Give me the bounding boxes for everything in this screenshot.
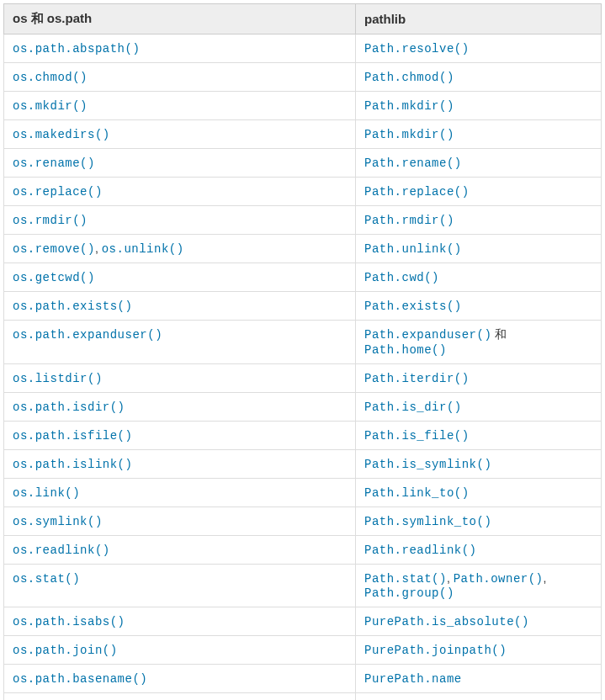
- api-link[interactable]: os.path.expanduser(): [13, 328, 162, 342]
- table-cell-pathlib: PurePath.name: [356, 665, 602, 693]
- comparison-table: os 和 os.path pathlib os.path.abspath()Pa…: [3, 3, 602, 700]
- table-row: os.path.isabs()PurePath.is_absolute(): [4, 607, 602, 636]
- table-cell-pathlib: Path.is_symlink(): [356, 450, 602, 479]
- api-link[interactable]: os.link(): [13, 486, 80, 500]
- table-cell-os: os.remove(), os.unlink(): [4, 235, 356, 263]
- table-cell-pathlib: Path.mkdir(): [356, 92, 602, 120]
- api-link[interactable]: os.path.basename(): [13, 672, 147, 686]
- table-cell-os: os.symlink(): [4, 507, 356, 536]
- separator-text: ,: [544, 571, 547, 585]
- table-cell-os: os.chmod(): [4, 63, 356, 92]
- api-link[interactable]: Path.is_symlink(): [364, 458, 491, 471]
- table-cell-os: os.path.isdir(): [4, 393, 356, 422]
- api-link[interactable]: os.getcwd(): [13, 271, 95, 284]
- table-cell-os: os.path.exists(): [4, 292, 356, 321]
- api-link[interactable]: PurePath.name: [364, 672, 462, 686]
- table-cell-os: os.link(): [4, 479, 356, 507]
- api-link[interactable]: os.rename(): [13, 156, 95, 170]
- api-link[interactable]: Path.unlink(): [364, 242, 462, 256]
- table-cell-pathlib: Path.unlink(): [356, 235, 602, 263]
- table-row: os.path.abspath()Path.resolve(): [4, 34, 602, 63]
- table-row: os.remove(), os.unlink()Path.unlink(): [4, 235, 602, 263]
- api-link[interactable]: Path.home(): [364, 343, 447, 357]
- table-cell-pathlib: Path.mkdir(): [356, 120, 602, 149]
- table-row: os.path.dirname()PurePath.parent: [4, 693, 602, 701]
- table-row: os.path.isdir()Path.is_dir(): [4, 393, 602, 422]
- api-link[interactable]: os.remove(): [13, 242, 95, 256]
- api-link[interactable]: os.makedirs(): [13, 128, 110, 141]
- table-row: os.replace()Path.replace(): [4, 178, 602, 206]
- table-row: os.rmdir()Path.rmdir(): [4, 206, 602, 235]
- api-link[interactable]: os.path.isabs(): [13, 615, 125, 628]
- table-cell-pathlib: Path.is_file(): [356, 422, 602, 450]
- header-pathlib: pathlib: [356, 4, 602, 34]
- table-cell-os: os.rename(): [4, 149, 356, 178]
- api-link[interactable]: Path.symlink_to(): [364, 515, 491, 528]
- api-link[interactable]: Path.readlink(): [364, 544, 477, 557]
- table-cell-os: os.mkdir(): [4, 92, 356, 120]
- api-link[interactable]: Path.chmod(): [364, 71, 454, 84]
- table-cell-os: os.path.join(): [4, 636, 356, 665]
- api-link[interactable]: os.listdir(): [13, 372, 103, 385]
- api-link[interactable]: os.chmod(): [13, 71, 88, 84]
- table-cell-os: os.rmdir(): [4, 206, 356, 235]
- api-link[interactable]: os.symlink(): [13, 515, 103, 528]
- api-link[interactable]: Path.cwd(): [364, 271, 439, 284]
- api-link[interactable]: Path.resolve(): [364, 42, 470, 56]
- table-cell-pathlib: Path.rename(): [356, 149, 602, 178]
- table-cell-os: os.path.isabs(): [4, 607, 356, 636]
- api-link[interactable]: os.mkdir(): [13, 99, 88, 113]
- table-cell-pathlib: Path.iterdir(): [356, 364, 602, 393]
- api-link[interactable]: Path.is_dir(): [364, 400, 462, 414]
- api-link[interactable]: os.path.isdir(): [13, 400, 125, 414]
- api-link[interactable]: os.unlink(): [102, 242, 184, 256]
- table-row: os.path.join()PurePath.joinpath(): [4, 636, 602, 665]
- table-row: os.link()Path.link_to(): [4, 479, 602, 507]
- api-link[interactable]: Path.mkdir(): [364, 99, 454, 113]
- api-link[interactable]: Path.mkdir(): [364, 128, 454, 141]
- table-row: os.path.exists()Path.exists(): [4, 292, 602, 321]
- api-link[interactable]: os.stat(): [13, 572, 80, 586]
- table-cell-pathlib: Path.replace(): [356, 178, 602, 206]
- table-row: os.getcwd()Path.cwd(): [4, 263, 602, 292]
- separator-text: ,: [95, 241, 102, 255]
- table-cell-pathlib: PurePath.joinpath(): [356, 636, 602, 665]
- header-os: os 和 os.path: [4, 4, 356, 34]
- api-link[interactable]: os.path.abspath(): [13, 42, 140, 56]
- table-cell-os: os.path.isfile(): [4, 422, 356, 450]
- api-link[interactable]: os.path.isfile(): [13, 429, 132, 443]
- api-link[interactable]: PurePath.is_absolute(): [364, 615, 529, 628]
- api-link[interactable]: os.path.islink(): [13, 458, 132, 471]
- table-cell-os: os.path.dirname(): [4, 693, 356, 701]
- table-row: os.path.expanduser()Path.expanduser() 和 …: [4, 321, 602, 364]
- api-link[interactable]: Path.iterdir(): [364, 372, 470, 385]
- api-link[interactable]: os.readlink(): [13, 544, 110, 557]
- api-link[interactable]: Path.exists(): [364, 300, 462, 313]
- table-cell-os: os.listdir(): [4, 364, 356, 393]
- api-link[interactable]: Path.expanduser(): [364, 328, 491, 342]
- api-link[interactable]: Path.replace(): [364, 185, 470, 199]
- api-link[interactable]: os.replace(): [13, 185, 103, 199]
- table-cell-os: os.path.basename(): [4, 665, 356, 693]
- api-link[interactable]: Path.stat(): [364, 572, 447, 586]
- table-cell-os: os.path.islink(): [4, 450, 356, 479]
- conjunction-text: 和: [491, 327, 507, 341]
- table-cell-pathlib: Path.expanduser() 和 Path.home(): [356, 321, 602, 364]
- api-link[interactable]: Path.rmdir(): [364, 214, 454, 227]
- table-row: os.path.basename()PurePath.name: [4, 665, 602, 693]
- api-link[interactable]: os.rmdir(): [13, 214, 88, 227]
- table-cell-pathlib: PurePath.is_absolute(): [356, 607, 602, 636]
- table-row: os.makedirs()Path.mkdir(): [4, 120, 602, 149]
- api-link[interactable]: Path.is_file(): [364, 429, 470, 443]
- api-link[interactable]: Path.group(): [364, 586, 454, 600]
- api-link[interactable]: Path.rename(): [364, 156, 462, 170]
- api-link[interactable]: Path.owner(): [454, 572, 544, 586]
- api-link[interactable]: os.path.exists(): [13, 300, 132, 313]
- api-link[interactable]: PurePath.joinpath(): [364, 644, 507, 657]
- table-row: os.symlink()Path.symlink_to(): [4, 507, 602, 536]
- api-link[interactable]: Path.link_to(): [364, 486, 470, 500]
- api-link[interactable]: os.path.join(): [13, 644, 118, 657]
- table-cell-pathlib: Path.resolve(): [356, 34, 602, 63]
- table-cell-os: os.makedirs(): [4, 120, 356, 149]
- table-cell-pathlib: PurePath.parent: [356, 693, 602, 701]
